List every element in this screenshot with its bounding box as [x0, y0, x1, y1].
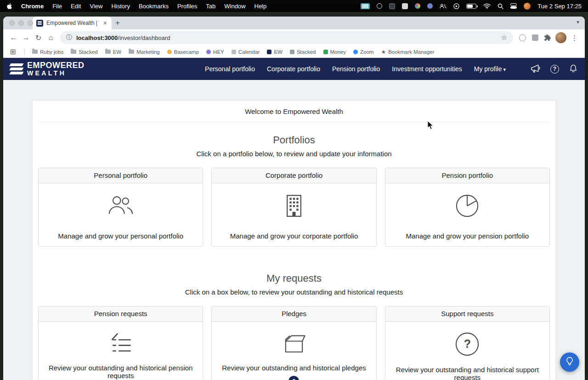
url-text: localhost:3000/investor/dashboard	[76, 34, 170, 41]
menubar-clock[interactable]: Tue 2 Sep 17:25	[537, 3, 582, 10]
spotlight-icon[interactable]	[498, 3, 503, 9]
menu-file[interactable]: File	[52, 3, 62, 10]
close-window-button[interactable]	[9, 20, 15, 26]
tab-strip: Empowered Wealth | Wealth I × + ▾	[3, 17, 585, 29]
star-icon: ★	[381, 49, 386, 55]
apple-menu-icon[interactable]	[6, 3, 12, 10]
card-title: Pledges	[212, 306, 376, 322]
bookmark-item[interactable]: EW	[267, 49, 283, 55]
extensions-puzzle-icon[interactable]	[541, 32, 554, 44]
tab-search-caret-icon[interactable]: ▾	[577, 19, 579, 25]
pension-requests-card[interactable]: Pension requests Review your outstanding…	[38, 306, 203, 380]
menu-view[interactable]: View	[90, 3, 102, 10]
apps-grid-icon[interactable]: ⊞	[9, 45, 17, 58]
bookmark-folder[interactable]: EW	[105, 49, 122, 55]
portfolio-cards-row: Personal portfolio Manage and grow your …	[38, 168, 550, 247]
menu-window[interactable]: Window	[224, 3, 245, 10]
tab-close-icon[interactable]: ×	[102, 19, 108, 27]
browser-menu-icon[interactable]: ⋮	[568, 32, 581, 44]
pension-portfolio-card[interactable]: Pension portfolio Manage and grow your p…	[385, 168, 550, 247]
back-button[interactable]: ←	[7, 32, 20, 44]
screen-mirroring-icon[interactable]	[361, 3, 370, 9]
menu-help[interactable]: Help	[254, 3, 267, 10]
nav-pension-portfolio[interactable]: Pension portfolio	[332, 65, 380, 73]
menu-bookmarks[interactable]: Bookmarks	[139, 3, 169, 10]
support-requests-card[interactable]: Support requests ? Review your outstandi…	[385, 306, 550, 380]
new-tab-button[interactable]: +	[112, 17, 124, 29]
help-icon[interactable]: ?	[550, 65, 559, 74]
help-fab-button[interactable]	[560, 352, 579, 372]
card-title: Pension portfolio	[385, 168, 549, 183]
corporate-portfolio-card[interactable]: Corporate portfolio Manage and grow your…	[211, 168, 376, 247]
bookmark-item[interactable]: Money	[323, 49, 346, 55]
bookmark-item[interactable]: HEY	[206, 49, 224, 55]
tab-title: Empowered Wealth | Wealth I	[46, 20, 99, 26]
notifications-bell-icon[interactable]	[569, 63, 578, 75]
card-description: Review your outstanding and historical s…	[391, 366, 544, 380]
sync-status-icon[interactable]	[427, 3, 433, 9]
bookmark-folder[interactable]: Marketing	[129, 49, 160, 55]
forward-button[interactable]: →	[20, 32, 32, 44]
basecamp-favicon	[167, 50, 172, 54]
play-circle-icon[interactable]	[453, 3, 459, 9]
nav-investment-opportunities[interactable]: Investment opportunities	[392, 65, 462, 73]
menu-profiles[interactable]: Profiles	[177, 3, 197, 10]
extension-icon-2[interactable]	[529, 32, 541, 44]
menu-history[interactable]: History	[111, 3, 130, 10]
building-icon	[281, 193, 307, 218]
user-avatar-icon[interactable]	[524, 3, 531, 10]
site-info-icon[interactable]: ⓘ	[66, 34, 72, 42]
card-title: Support requests	[385, 306, 549, 322]
bookmark-item[interactable]: Stacked	[290, 49, 316, 55]
card-description: Manage and grow your personal portfolio	[58, 232, 183, 240]
chevron-down-icon: ▾	[503, 67, 506, 72]
url-host: localhost:3000	[76, 34, 118, 41]
minimize-window-button[interactable]	[18, 20, 24, 26]
nav-personal-portfolio[interactable]: Personal portfolio	[205, 65, 255, 73]
portfolios-section-title: Portfolios	[33, 134, 555, 146]
menu-tab[interactable]: Tab	[206, 3, 215, 10]
users-icon[interactable]	[440, 4, 447, 9]
color-app-icon[interactable]	[415, 3, 420, 9]
bookmark-item[interactable]: Zoom	[353, 49, 373, 55]
extension-icon-1[interactable]	[516, 32, 529, 44]
bookmark-manager[interactable]: ★Bookmark Manager	[381, 49, 434, 55]
profile-avatar[interactable]	[555, 32, 566, 43]
money-favicon	[323, 50, 328, 54]
task-list-icon	[108, 332, 134, 355]
lightbulb-icon	[565, 356, 575, 368]
menubar-app-name[interactable]: Chrome	[21, 3, 44, 10]
bookmark-star-icon[interactable]: ☆	[501, 34, 507, 42]
menu-edit[interactable]: Edit	[71, 3, 81, 10]
maximize-window-button[interactable]	[28, 20, 33, 26]
url-path: /investor/dashboard	[118, 34, 170, 41]
bookmark-folder[interactable]: Ruby jobs	[32, 49, 63, 55]
pledges-card[interactable]: Pledges Review your outstanding and hist…	[211, 306, 376, 380]
requests-section-title: My requests	[33, 272, 555, 284]
app-status-icon[interactable]	[389, 3, 395, 9]
bookmark-item[interactable]: Calendar	[232, 49, 260, 55]
personal-portfolio-card[interactable]: Personal portfolio Manage and grow your …	[38, 168, 203, 247]
browser-tab[interactable]: Empowered Wealth | Wealth I ×	[33, 17, 112, 29]
nav-my-profile[interactable]: My profile▾	[474, 65, 506, 73]
card-title: Pension requests	[39, 306, 203, 322]
nav-corporate-portfolio[interactable]: Corporate portfolio	[267, 65, 320, 73]
battery-icon[interactable]	[466, 4, 476, 9]
home-button[interactable]: ⌂	[45, 32, 57, 44]
page: EMPOWERED WEALTH Personal portfolio Corp…	[3, 58, 585, 380]
site-logo[interactable]: EMPOWERED WEALTH	[10, 61, 85, 77]
bookmark-item[interactable]: Basecamp	[167, 49, 199, 55]
reload-button[interactable]: ↻	[32, 32, 45, 44]
bookmark-folder[interactable]: Stacked	[71, 49, 98, 55]
card-title: Corporate portfolio	[212, 168, 376, 183]
status-circle-icon[interactable]	[377, 3, 382, 9]
utility-status-icon[interactable]	[402, 3, 408, 9]
brand-line2: WEALTH	[27, 69, 85, 77]
requests-section-subtitle: Click on a box below, to review your out…	[33, 288, 555, 296]
calendar-favicon	[232, 50, 236, 54]
announcements-megaphone-icon[interactable]	[530, 64, 541, 74]
wifi-icon[interactable]	[483, 3, 491, 9]
macos-menubar: Chrome File Edit View History Bookmarks …	[0, 0, 588, 12]
control-center-icon[interactable]	[510, 3, 517, 9]
address-bar[interactable]: ⓘ localhost:3000/investor/dashboard ☆	[60, 31, 513, 44]
